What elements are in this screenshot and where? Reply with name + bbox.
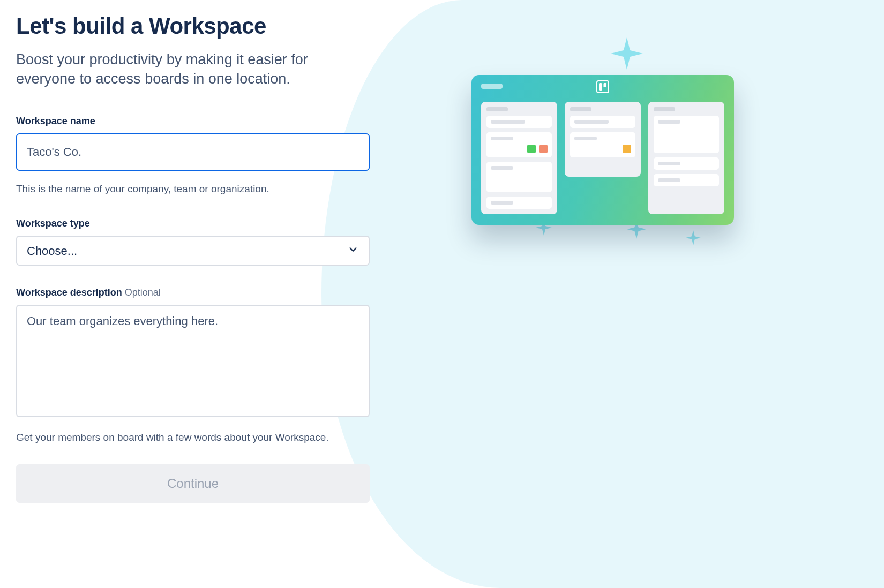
svg-rect-2	[604, 83, 607, 87]
list-title-bar	[654, 107, 675, 111]
workspace-description-label-text: Workspace description	[16, 287, 122, 298]
sparkle-icon	[686, 230, 701, 245]
board-header-chip	[481, 84, 503, 89]
illustration-list	[481, 102, 557, 214]
list-title-bar	[570, 107, 591, 111]
illustration-card	[486, 132, 552, 157]
illustration-card	[654, 116, 719, 153]
workspace-type-select[interactable]: Choose...	[16, 236, 370, 266]
list-title-bar	[486, 107, 508, 111]
illustration-card	[486, 197, 552, 209]
orange-chip-icon	[623, 145, 631, 153]
workspace-description-group: Workspace description Optional Get your …	[16, 287, 370, 446]
workspace-name-group: Workspace name This is the name of your …	[16, 116, 370, 197]
illustration-card	[486, 162, 552, 192]
svg-rect-0	[597, 81, 609, 93]
illustration-card	[570, 116, 635, 128]
workspace-description-label: Workspace description Optional	[16, 287, 370, 298]
illustration-card	[570, 132, 635, 157]
workspace-name-helper: This is the name of your company, team o…	[16, 182, 370, 197]
workspace-type-label: Workspace type	[16, 218, 370, 229]
svg-rect-1	[599, 83, 602, 91]
workspace-name-input[interactable]	[16, 133, 370, 171]
illustration-card	[654, 174, 719, 186]
workspace-type-group: Workspace type Choose...	[16, 218, 370, 266]
illustration-list	[648, 102, 724, 214]
page-subtitle: Boost your productivity by making it eas…	[16, 50, 370, 89]
workspace-description-textarea[interactable]	[16, 305, 370, 417]
workspace-name-label: Workspace name	[16, 116, 370, 127]
illustration-card	[486, 116, 552, 128]
green-chip-icon	[527, 145, 536, 153]
illustration-card	[654, 157, 719, 170]
form-panel: Let's build a Workspace Boost your produ…	[0, 0, 386, 588]
red-chip-icon	[539, 145, 548, 153]
sparkle-icon	[611, 37, 643, 70]
illustration-panel	[386, 0, 884, 588]
trello-logo-icon	[596, 80, 609, 95]
page-title: Let's build a Workspace	[16, 13, 370, 39]
optional-tag: Optional	[125, 287, 161, 298]
illustration-list	[565, 102, 641, 177]
continue-button[interactable]: Continue	[16, 464, 370, 503]
workspace-description-helper: Get your members on board with a few wor…	[16, 430, 370, 446]
illustration-board	[471, 75, 734, 225]
